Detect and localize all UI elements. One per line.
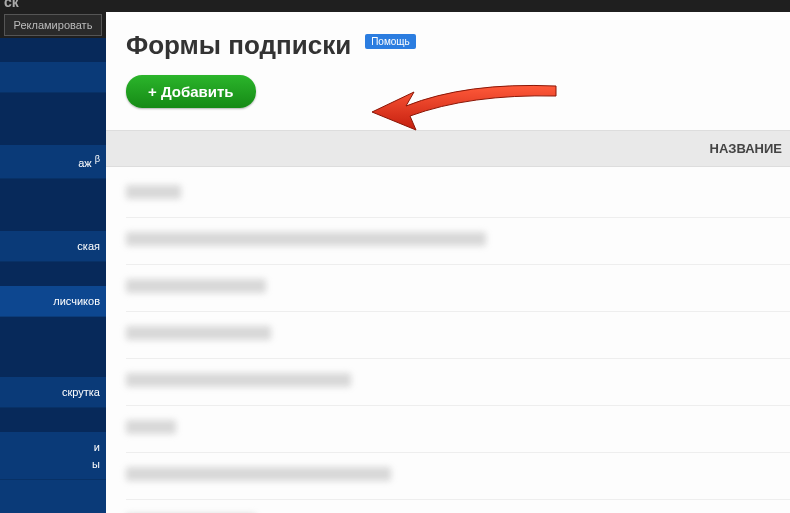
table-row[interactable]	[126, 500, 790, 513]
sidebar-spacer	[0, 179, 106, 231]
sidebar-item-b[interactable]: ы	[0, 456, 106, 480]
blurred-text	[126, 279, 266, 293]
table-column-header: НАЗВАНИЕ	[106, 130, 790, 167]
topbar: ск	[0, 0, 790, 12]
blurred-text	[126, 420, 176, 434]
blurred-text	[126, 467, 391, 481]
blurred-text	[126, 232, 486, 246]
table-row[interactable]	[126, 171, 790, 218]
advertise-button[interactable]: Рекламировать	[4, 14, 102, 36]
sidebar-item-promo[interactable]: скрутка	[0, 377, 106, 408]
table-row[interactable]	[126, 312, 790, 359]
table-row[interactable]	[126, 453, 790, 500]
sidebar-item-ska[interactable]: ская	[0, 231, 106, 262]
help-badge[interactable]: Помощь	[365, 34, 416, 49]
blurred-text	[126, 326, 271, 340]
page-title: Формы подписки	[126, 30, 351, 61]
add-button[interactable]: + Добавить	[126, 75, 256, 108]
sidebar-spacer	[0, 408, 106, 432]
blurred-text	[126, 185, 181, 199]
table-body	[106, 167, 790, 513]
ad-box: Рекламировать	[0, 12, 106, 38]
sidebar-item-subscribers[interactable]: лисчиков	[0, 286, 106, 317]
sidebar-spacer	[0, 93, 106, 145]
page-header: Формы подписки Помощь	[126, 30, 790, 61]
sidebar-spacer	[0, 38, 106, 62]
table-row[interactable]	[126, 406, 790, 453]
table-row[interactable]	[126, 265, 790, 312]
sidebar: Рекламировать аж β ская лисчиков скрутка…	[0, 12, 106, 513]
brand-fragment: ск	[0, 0, 19, 10]
blurred-text	[126, 373, 351, 387]
beta-badge: β	[95, 154, 100, 164]
sidebar-spacer	[0, 262, 106, 286]
sidebar-item-blank[interactable]	[0, 62, 106, 93]
table-row[interactable]	[126, 359, 790, 406]
table: НАЗВАНИЕ	[106, 130, 790, 513]
main-content: Формы подписки Помощь + Добавить НАЗВАНИ…	[106, 12, 790, 513]
sidebar-spacer	[0, 317, 106, 377]
sidebar-item-sales[interactable]: аж β	[0, 145, 106, 179]
table-row[interactable]	[126, 218, 790, 265]
sidebar-item-a[interactable]: и	[0, 432, 106, 456]
